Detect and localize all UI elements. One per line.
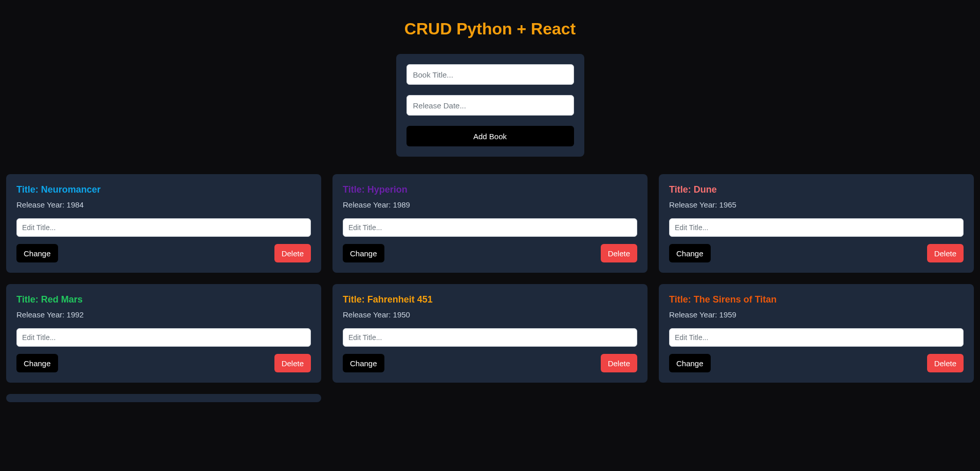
book-card: Title: NeuromancerRelease Year: 1984Chan… <box>6 174 321 273</box>
delete-button[interactable]: Delete <box>927 354 964 372</box>
delete-button[interactable]: Delete <box>927 244 964 262</box>
change-button[interactable]: Change <box>669 244 711 262</box>
books-grid: Title: NeuromancerRelease Year: 1984Chan… <box>0 174 980 383</box>
card-actions: ChangeDelete <box>16 244 311 262</box>
change-button[interactable]: Change <box>669 354 711 372</box>
book-title: Title: Fahrenheit 451 <box>343 294 637 305</box>
edit-title-input[interactable] <box>343 218 637 237</box>
book-card: Title: HyperionRelease Year: 1989ChangeD… <box>332 174 648 273</box>
card-actions: ChangeDelete <box>343 354 637 372</box>
release-date-input[interactable] <box>406 95 574 116</box>
book-year: Release Year: 1959 <box>669 310 964 319</box>
book-card: Title: The Sirens of TitanRelease Year: … <box>659 284 974 383</box>
book-year: Release Year: 1989 <box>343 200 637 209</box>
book-title-input[interactable] <box>406 64 574 85</box>
delete-button[interactable]: Delete <box>601 244 637 262</box>
book-year: Release Year: 1950 <box>343 310 637 319</box>
delete-button[interactable]: Delete <box>274 244 311 262</box>
add-book-button[interactable]: Add Book <box>406 126 574 146</box>
delete-button[interactable]: Delete <box>601 354 637 372</box>
book-title: Title: Red Mars <box>16 294 311 305</box>
change-button[interactable]: Change <box>343 354 384 372</box>
change-button[interactable]: Change <box>16 354 58 372</box>
card-actions: ChangeDelete <box>669 354 964 372</box>
add-book-form: Add Book <box>396 54 584 157</box>
card-actions: ChangeDelete <box>16 354 311 372</box>
book-card: Title: Red MarsRelease Year: 1992ChangeD… <box>6 284 321 383</box>
book-year: Release Year: 1965 <box>669 200 964 209</box>
delete-button[interactable]: Delete <box>274 354 311 372</box>
edit-title-input[interactable] <box>669 218 964 237</box>
book-title: Title: Dune <box>669 184 964 195</box>
change-button[interactable]: Change <box>343 244 384 262</box>
change-button[interactable]: Change <box>16 244 58 262</box>
card-actions: ChangeDelete <box>669 244 964 262</box>
edit-title-input[interactable] <box>669 328 964 347</box>
page-title: CRUD Python + React <box>0 0 980 54</box>
partial-next-card <box>6 394 321 402</box>
edit-title-input[interactable] <box>16 328 311 347</box>
edit-title-input[interactable] <box>16 218 311 237</box>
book-card: Title: DuneRelease Year: 1965ChangeDelet… <box>659 174 974 273</box>
book-title: Title: The Sirens of Titan <box>669 294 964 305</box>
book-year: Release Year: 1992 <box>16 310 311 319</box>
book-year: Release Year: 1984 <box>16 200 311 209</box>
book-title: Title: Neuromancer <box>16 184 311 195</box>
book-card: Title: Fahrenheit 451Release Year: 1950C… <box>332 284 648 383</box>
edit-title-input[interactable] <box>343 328 637 347</box>
card-actions: ChangeDelete <box>343 244 637 262</box>
book-title: Title: Hyperion <box>343 184 637 195</box>
